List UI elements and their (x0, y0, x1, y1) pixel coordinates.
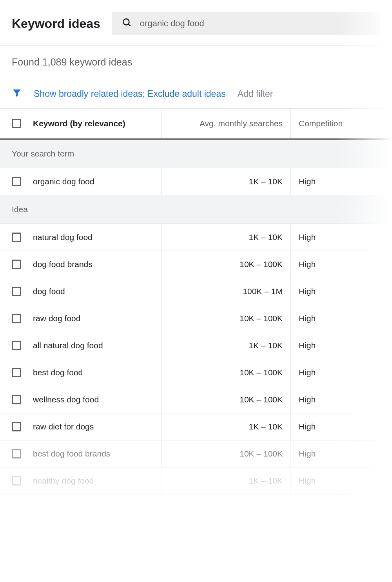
row-competition-cell: High (291, 305, 392, 332)
table-row: wellness dog food10K – 100KHigh (0, 386, 392, 413)
section-search-term: Your search term (0, 140, 392, 168)
keyword-text[interactable]: best dog food (33, 368, 83, 377)
header: Keyword ideas (0, 0, 392, 45)
row-checkbox[interactable] (12, 341, 21, 350)
row-competition-cell: High (291, 332, 392, 359)
section-idea: Idea (0, 195, 392, 224)
row-checkbox[interactable] (12, 449, 21, 458)
result-count: Found 1,089 keyword ideas (0, 45, 392, 79)
row-searches-cell: 10K – 100K (162, 440, 291, 467)
row-keyword-cell: all natural dog food (0, 332, 162, 359)
filter-icon[interactable] (12, 88, 22, 100)
row-keyword-cell: dog food (0, 278, 162, 305)
keyword-text[interactable]: raw dog food (33, 314, 80, 323)
row-competition-cell: High (291, 467, 392, 494)
row-competition-cell: High (291, 386, 392, 413)
keyword-text[interactable]: raw diet for dogs (33, 422, 94, 431)
row-searches-cell: 1K – 10K (162, 467, 291, 494)
table-row: organic dog food 1K – 10K High (0, 168, 392, 195)
select-all-checkbox[interactable] (12, 119, 21, 128)
row-checkbox[interactable] (12, 422, 21, 431)
row-competition-cell: High (291, 359, 392, 386)
filter-bar: Show broadly related ideas; Exclude adul… (0, 79, 392, 109)
table-row: raw dog food10K – 100KHigh (0, 305, 392, 332)
row-keyword-cell: natural dog food (0, 224, 162, 251)
search-icon (122, 18, 132, 29)
table-row: healthy dog food1K – 10KHigh (0, 467, 392, 495)
row-searches-cell: 10K – 100K (162, 359, 291, 386)
column-keyword-label[interactable]: Keyword (by relevance) (33, 119, 125, 128)
add-filter-link[interactable]: Add filter (238, 89, 273, 99)
keyword-text[interactable]: healthy dog food (33, 476, 94, 486)
table-row: best dog food brands10K – 100KHigh (0, 440, 392, 467)
table-row: best dog food10K – 100KHigh (0, 359, 392, 386)
row-keyword-cell: wellness dog food (0, 386, 162, 413)
table-row: natural dog food1K – 10KHigh (0, 224, 392, 251)
row-keyword-cell: healthy dog food (0, 467, 162, 494)
row-searches-cell: 1K – 10K (162, 168, 291, 195)
filter-link[interactable]: Show broadly related ideas; Exclude adul… (34, 89, 226, 99)
row-keyword-cell: best dog food (0, 359, 162, 386)
svg-line-1 (128, 24, 130, 26)
column-competition-label[interactable]: Competition (291, 109, 392, 138)
row-keyword-cell: raw dog food (0, 305, 162, 332)
row-searches-cell: 100K – 1M (162, 278, 291, 305)
table-row: all natural dog food1K – 10KHigh (0, 332, 392, 359)
row-competition-cell: High (291, 278, 392, 305)
row-keyword-cell: raw diet for dogs (0, 413, 162, 440)
row-checkbox[interactable] (12, 314, 21, 323)
row-searches-cell: 10K – 100K (162, 386, 291, 413)
row-keyword-cell: organic dog food (0, 168, 162, 195)
table-header-row: Keyword (by relevance) Avg. monthly sear… (0, 109, 392, 140)
row-keyword-cell: dog food brands (0, 251, 162, 278)
row-searches-cell: 1K – 10K (162, 413, 291, 440)
row-checkbox[interactable] (12, 233, 21, 242)
keyword-text[interactable]: organic dog food (33, 177, 94, 186)
row-checkbox[interactable] (12, 395, 21, 404)
column-keyword: Keyword (by relevance) (0, 109, 162, 138)
search-box[interactable] (112, 12, 380, 35)
row-checkbox[interactable] (12, 260, 21, 269)
keyword-text[interactable]: dog food brands (33, 260, 93, 269)
keyword-text[interactable]: natural dog food (33, 233, 93, 242)
row-competition-cell: High (291, 168, 392, 195)
page-title: Keyword ideas (12, 16, 100, 31)
row-checkbox[interactable] (12, 368, 21, 377)
row-competition-cell: High (291, 440, 392, 467)
column-searches-label[interactable]: Avg. monthly searches (162, 109, 291, 138)
row-searches-cell: 1K – 10K (162, 224, 291, 251)
svg-point-0 (123, 19, 129, 25)
table-row: dog food brands10K – 100KHigh (0, 251, 392, 278)
keyword-text[interactable]: best dog food brands (33, 449, 110, 458)
row-checkbox[interactable] (12, 177, 21, 186)
keyword-text[interactable]: wellness dog food (33, 395, 99, 404)
table-row: dog food100K – 1MHigh (0, 278, 392, 305)
row-competition-cell: High (291, 224, 392, 251)
row-competition-cell: High (291, 413, 392, 440)
row-searches-cell: 1K – 10K (162, 332, 291, 359)
row-checkbox[interactable] (12, 476, 21, 486)
search-input[interactable] (140, 18, 370, 29)
row-searches-cell: 10K – 100K (162, 251, 291, 278)
table-row: raw diet for dogs1K – 10KHigh (0, 413, 392, 440)
row-competition-cell: High (291, 251, 392, 278)
keyword-text[interactable]: all natural dog food (33, 341, 103, 350)
row-keyword-cell: best dog food brands (0, 440, 162, 467)
row-checkbox[interactable] (12, 287, 21, 296)
keyword-text[interactable]: dog food (33, 287, 65, 296)
row-searches-cell: 10K – 100K (162, 305, 291, 332)
